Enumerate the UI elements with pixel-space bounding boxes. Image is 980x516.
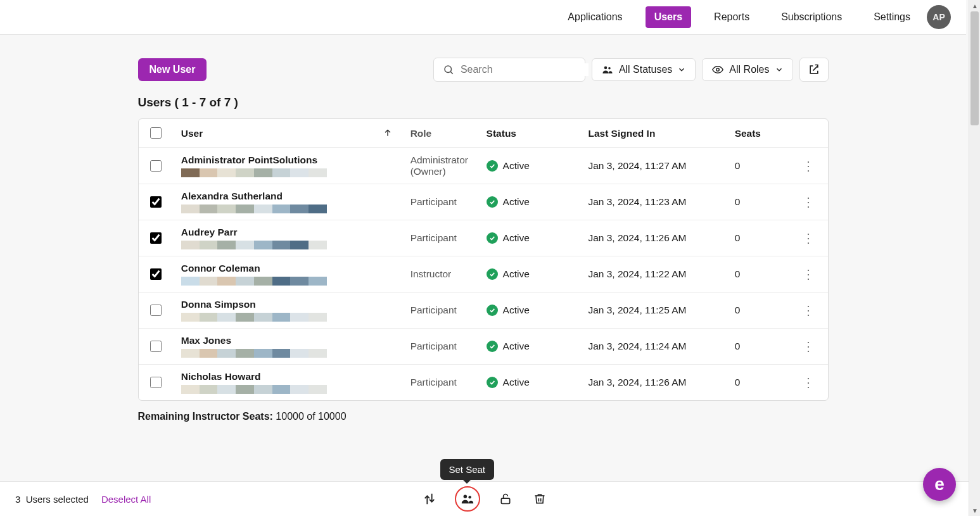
status-badge: Active [487,341,571,352]
status-badge: Active [487,305,571,316]
scrollbar[interactable]: ▲ ▼ [969,0,980,460]
export-icon [808,63,820,76]
status-filter-label: All Statuses [619,64,672,75]
avatar[interactable]: AP [927,5,951,29]
row-menu-button[interactable]: ⋮ [802,339,815,353]
col-signed[interactable]: Last Signed In [579,119,725,148]
select-all-checkbox[interactable] [150,127,162,139]
redacted-email [181,349,327,358]
user-name: Connor Coleman [181,263,393,274]
row-menu-button[interactable]: ⋮ [802,159,815,173]
redacted-email [181,277,327,286]
user-name: Audrey Parr [181,227,393,238]
user-name: Alexandra Sutherland [181,191,393,202]
col-seats[interactable]: Seats [726,119,790,148]
row-menu-button[interactable]: ⋮ [802,375,815,389]
search-input[interactable] [459,63,589,76]
row-checkbox[interactable] [150,232,162,244]
nav-links: ApplicationsUsersReportsSubscriptionsSet… [559,6,919,28]
check-icon [487,160,498,172]
row-checkbox[interactable] [150,341,162,352]
col-status[interactable]: Status [478,119,580,148]
role-filter[interactable]: All Roles [702,58,792,81]
nav-applications[interactable]: Applications [559,6,631,28]
seats-cell: 0 [726,184,790,220]
page-title: Users ( 1 - 7 of 7 ) [138,96,829,110]
signed-cell: Jan 3, 2024, 11:23 AM [579,184,725,220]
signed-cell: Jan 3, 2024, 11:26 AM [579,220,725,256]
row-checkbox[interactable] [150,196,162,208]
seats-cell: 0 [726,329,790,365]
svg-line-1 [450,72,452,73]
remaining-seats: Remaining Instructor Seats: 10000 of 100… [138,411,829,422]
check-icon [487,341,498,352]
status-badge: Active [487,377,571,388]
redacted-email [181,385,327,394]
chevron-down-icon [775,65,784,74]
signed-cell: Jan 3, 2024, 11:26 AM [579,365,725,400]
role-filter-label: All Roles [729,64,769,75]
row-menu-button[interactable]: ⋮ [802,303,815,317]
eye-icon [711,64,724,75]
table-row[interactable]: Nicholas HowardParticipantActiveJan 3, 2… [139,365,828,400]
top-nav: ApplicationsUsersReportsSubscriptionsSet… [0,0,966,35]
search-icon [443,64,454,75]
seats-cell: 0 [726,148,790,184]
search-box[interactable] [433,58,585,82]
status-filter[interactable]: All Statuses [592,58,696,81]
status-badge: Active [487,160,571,172]
role-cell: Participant [402,220,478,256]
export-button[interactable] [799,58,829,82]
row-menu-button[interactable]: ⋮ [802,195,815,209]
user-name: Administrator PointSolutions [181,154,393,166]
table-row[interactable]: Connor ColemanInstructorActiveJan 3, 202… [139,256,828,293]
scroll-up-icon[interactable]: ▲ [969,0,980,11]
svg-point-3 [608,67,611,70]
row-checkbox[interactable] [150,377,162,388]
toolbar: New User All Statuses All Roles [138,58,829,82]
chevron-down-icon [677,65,686,74]
role-cell: Participant [402,293,478,329]
seats-cell: 0 [726,293,790,329]
check-icon [487,305,498,316]
redacted-email [181,241,327,249]
role-cell: Participant [402,184,478,220]
redacted-email [181,205,327,213]
row-menu-button[interactable]: ⋮ [802,267,815,281]
nav-settings[interactable]: Settings [865,6,919,28]
nav-subscriptions[interactable]: Subscriptions [772,6,851,28]
user-name: Nicholas Howard [181,371,393,382]
users-table: User Role Status Last Signed In Seats Ad… [138,118,829,401]
check-icon [487,196,498,208]
new-user-button[interactable]: New User [138,58,207,81]
table-row[interactable]: Administrator PointSolutionsAdministrato… [139,148,828,184]
table-row[interactable]: Alexandra SutherlandParticipantActiveJan… [139,184,828,220]
check-icon [487,377,498,388]
row-menu-button[interactable]: ⋮ [802,231,815,245]
row-checkbox[interactable] [150,268,162,280]
seats-cell: 0 [726,256,790,293]
table-row[interactable]: Max JonesParticipantActiveJan 3, 2024, 1… [139,329,828,365]
table-row[interactable]: Audrey ParrParticipantActiveJan 3, 2024,… [139,220,828,256]
status-badge: Active [487,268,571,280]
role-cell: Participant [402,329,478,365]
redacted-email [181,313,327,322]
user-name: Max Jones [181,335,393,346]
row-checkbox[interactable] [150,305,162,316]
col-role[interactable]: Role [402,119,478,148]
signed-cell: Jan 3, 2024, 11:24 AM [579,329,725,365]
nav-users[interactable]: Users [646,6,691,28]
role-cell: Administrator (Owner) [402,148,478,184]
check-icon [487,268,498,280]
scroll-thumb[interactable] [970,11,979,125]
col-user[interactable]: User [172,119,402,148]
people-icon [601,64,614,75]
status-badge: Active [487,232,571,244]
nav-reports[interactable]: Reports [705,6,758,28]
row-checkbox[interactable] [150,160,162,172]
signed-cell: Jan 3, 2024, 11:27 AM [579,148,725,184]
signed-cell: Jan 3, 2024, 11:25 AM [579,293,725,329]
sort-arrow-icon [383,128,393,138]
seats-cell: 0 [726,365,790,400]
table-row[interactable]: Donna SimpsonParticipantActiveJan 3, 202… [139,293,828,329]
